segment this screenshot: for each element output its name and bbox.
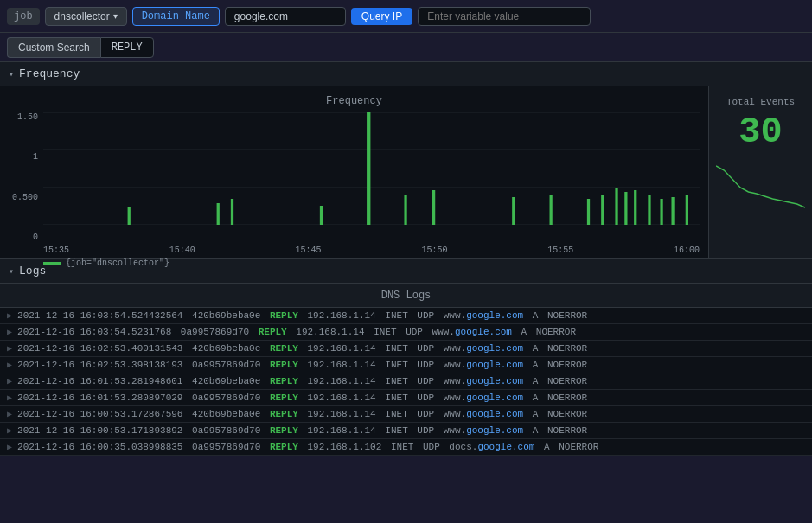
log-domain: www.google.com	[444, 392, 523, 403]
log-type-badge: REPLY	[270, 343, 298, 354]
log-row[interactable]: ▶ 2021-12-16 16:03:54.5231768 0a9957869d…	[0, 324, 812, 341]
log-status: NOERROR	[547, 360, 587, 370]
total-events-count: 30	[738, 114, 782, 150]
log-ip: 192.168.1.102	[302, 442, 387, 452]
log-timestamp: 2021-12-16 16:01:53.281948601	[17, 376, 182, 386]
log-row[interactable]: ▶ 2021-12-16 16:02:53.400131543 420b69be…	[0, 341, 812, 357]
x-label-4: 15:50	[421, 246, 447, 255]
log-qtype: A	[527, 425, 544, 436]
frequency-section-header[interactable]: ▾ Frequency	[0, 62, 812, 86]
log-proto: UDP	[417, 310, 439, 321]
log-inet: INET	[385, 360, 413, 370]
log-domain: docs.google.com	[449, 442, 534, 452]
log-timestamp: 2021-12-16 16:00:53.171893892	[17, 425, 182, 436]
svg-rect-6	[231, 199, 233, 225]
log-proto: UDP	[417, 376, 439, 386]
top-bar: job dnscollector Domain Name Query IP	[0, 0, 812, 33]
log-type-badge: REPLY	[270, 409, 298, 419]
log-domain: www.google.com	[444, 425, 523, 436]
log-expand-icon: ▶	[7, 343, 12, 354]
x-axis: 15:35 15:40 15:45 15:50 15:55 16:00	[9, 246, 700, 255]
log-ip: 192.168.1.14	[302, 425, 381, 436]
job-source-dropdown[interactable]: dnscollector	[45, 7, 127, 26]
domain-input[interactable]	[225, 7, 346, 26]
log-domain: www.google.com	[444, 360, 523, 370]
log-qtype: A	[527, 392, 544, 403]
log-proto: UDP	[406, 327, 428, 337]
log-id: 420b69beba0e	[186, 343, 265, 354]
log-timestamp: 2021-12-16 16:01:53.280897029	[17, 392, 182, 403]
log-domain: www.google.com	[444, 409, 523, 419]
variable-input[interactable]	[418, 7, 591, 26]
log-rows-container: ▶ 2021-12-16 16:03:54.524432564 420b69be…	[0, 308, 812, 456]
job-badge: job	[7, 8, 40, 25]
log-domain: www.google.com	[444, 310, 523, 321]
log-proto: UDP	[423, 442, 445, 452]
svg-rect-4	[128, 207, 131, 225]
chart-inner: 1.50 1 0.500 0	[9, 112, 700, 242]
log-qtype: A	[527, 409, 544, 419]
log-id: 420b69beba0e	[186, 376, 265, 386]
dns-logs-title: DNS Logs	[0, 284, 812, 308]
log-proto: UDP	[417, 409, 439, 419]
log-status: NOERROR	[547, 310, 587, 321]
log-expand-icon: ▶	[7, 376, 12, 386]
svg-rect-5	[217, 203, 220, 225]
log-domain: www.google.com	[444, 343, 523, 354]
log-proto: UDP	[417, 392, 439, 403]
svg-rect-8	[367, 112, 370, 225]
log-row[interactable]: ▶ 2021-12-16 16:00:53.172867596 420b69be…	[0, 406, 812, 423]
log-status: NOERROR	[547, 343, 587, 354]
svg-rect-16	[624, 192, 627, 225]
logs-section: DNS Logs ▶ 2021-12-16 16:03:54.524432564…	[0, 284, 812, 456]
svg-rect-14	[601, 195, 604, 225]
log-type-badge: REPLY	[259, 327, 287, 337]
log-timestamp: 2021-12-16 16:02:53.400131543	[17, 343, 182, 354]
log-type-badge: REPLY	[270, 442, 298, 452]
log-inet: INET	[385, 376, 413, 386]
log-row[interactable]: ▶ 2021-12-16 16:00:35.038998835 0a995786…	[0, 439, 812, 456]
log-type-badge: REPLY	[270, 376, 298, 386]
log-row[interactable]: ▶ 2021-12-16 16:01:53.280897029 0a995786…	[0, 390, 812, 406]
x-label-1: 15:35	[43, 246, 69, 255]
log-expand-icon: ▶	[7, 360, 12, 370]
log-id: 0a9957869d70	[186, 392, 265, 403]
log-row[interactable]: ▶ 2021-12-16 16:00:53.171893892 0a995786…	[0, 423, 812, 439]
log-status: NOERROR	[547, 376, 587, 386]
log-inet: INET	[385, 392, 413, 403]
log-type-badge: REPLY	[270, 310, 298, 321]
log-ip: 192.168.1.14	[291, 327, 370, 337]
log-proto: UDP	[417, 343, 439, 354]
y-axis-2: 1	[9, 152, 38, 162]
log-inet: INET	[385, 343, 413, 354]
log-row[interactable]: ▶ 2021-12-16 16:01:53.281948601 420b69be…	[0, 373, 812, 390]
log-status: NOERROR	[547, 409, 587, 419]
reply-tab: REPLY	[100, 37, 154, 58]
log-timestamp: 2021-12-16 16:03:54.5231768	[17, 327, 171, 337]
y-axis: 1.50 1 0.500 0	[9, 112, 43, 242]
log-id: 0a9957869d70	[186, 442, 265, 452]
chart-svg	[43, 112, 700, 242]
frequency-section-label: Frequency	[19, 67, 80, 80]
total-events-panel: Total Events 30	[708, 86, 812, 258]
log-row[interactable]: ▶ 2021-12-16 16:02:53.398138193 0a995786…	[0, 357, 812, 373]
log-ip: 192.168.1.14	[302, 409, 381, 419]
log-ip: 192.168.1.14	[302, 392, 381, 403]
log-timestamp: 2021-12-16 16:00:35.038998835	[17, 442, 182, 452]
custom-search-button[interactable]: Custom Search	[7, 37, 100, 58]
log-timestamp: 2021-12-16 16:03:54.524432564	[17, 310, 182, 321]
log-type-badge: REPLY	[270, 425, 298, 436]
log-id: 420b69beba0e	[186, 310, 265, 321]
log-qtype: A	[527, 376, 544, 386]
log-expand-icon: ▶	[7, 442, 12, 452]
query-ip-button[interactable]: Query IP	[351, 8, 412, 25]
log-row[interactable]: ▶ 2021-12-16 16:03:54.524432564 420b69be…	[0, 308, 812, 324]
log-expand-icon: ▶	[7, 327, 12, 337]
chart-legend: {job="dnscollector"}	[9, 258, 700, 268]
log-status: NOERROR	[547, 425, 587, 436]
log-domain: www.google.com	[444, 376, 523, 386]
log-inet: INET	[385, 425, 413, 436]
log-qtype: A	[527, 310, 544, 321]
chart-title: Frequency	[9, 95, 700, 107]
log-proto: UDP	[417, 360, 439, 370]
